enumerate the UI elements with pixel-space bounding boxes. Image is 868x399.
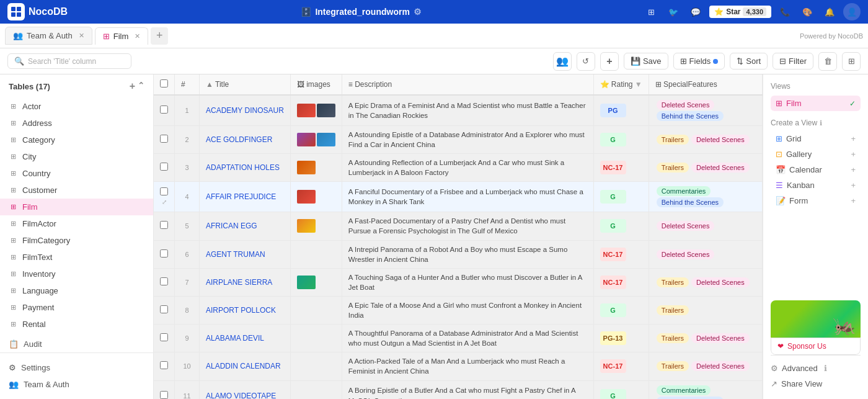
collapse-sidebar-btn[interactable]: ⌃ [138, 81, 144, 92]
title-cell[interactable]: ALABAMA DEVIL [200, 325, 291, 352]
col-title[interactable]: ▲ Title [200, 74, 291, 95]
share-view-item[interactable]: ↗ Share View [771, 376, 861, 392]
row-checkbox[interactable] [160, 277, 168, 285]
create-kanban-view-btn[interactable]: ☰ Kanban + [771, 177, 861, 193]
row-expand-icon[interactable]: ⤢ [162, 199, 167, 205]
twitter-icon-btn[interactable]: 🐦 [665, 3, 682, 20]
sidebar-item-filmactor[interactable]: ⊞ FilmActor [0, 215, 153, 232]
create-form-view-btn[interactable]: 📝 Form + [771, 193, 861, 208]
sidebar-item-inventory[interactable]: ⊞ Inventory [0, 266, 153, 282]
add-row-btn[interactable]: + [600, 52, 619, 71]
sidebar-item-rental[interactable]: ⊞ Rental [0, 316, 153, 333]
sidebar-item-address[interactable]: ⊞ Address [0, 115, 153, 132]
row-checkbox[interactable] [160, 187, 168, 195]
fields-button[interactable]: ⊞ Fields [673, 53, 725, 69]
info-icon[interactable]: ℹ [820, 119, 822, 127]
col-description[interactable]: ≡ Description [342, 74, 593, 95]
sidebar-item-filmtext[interactable]: ⊞ FilmText [0, 249, 153, 266]
row-checkbox[interactable] [160, 163, 168, 171]
title-cell[interactable]: ADAPTATION HOLES [200, 154, 291, 182]
row-checkbox[interactable] [160, 105, 168, 114]
sidebar-item-category[interactable]: ⊞ Category [0, 132, 153, 148]
film-title[interactable]: AFFAIR PREJUDICE [206, 192, 276, 201]
film-title[interactable]: AIRPORT POLLOCK [206, 306, 276, 315]
title-cell[interactable]: ALADDIN CALENDAR [200, 352, 291, 380]
row-checkbox[interactable] [160, 391, 168, 399]
sponsor-us-button[interactable]: ❤ Sponsor Us [771, 338, 861, 355]
grid-icon-btn[interactable]: ⊞ [642, 3, 660, 20]
create-calendar-view-btn[interactable]: 📅 Calendar + [771, 162, 861, 177]
title-cell[interactable]: AIRPLANE SIERRA [200, 268, 291, 296]
col-special-features[interactable]: ⊞ SpecialFeatures [649, 74, 762, 95]
create-view-title: Create a View ℹ [771, 119, 861, 127]
tab-film-close[interactable]: ✕ [135, 32, 140, 40]
add-table-btn[interactable]: + [130, 81, 135, 92]
film-title[interactable]: ACADEMY DINOSAUR [206, 106, 284, 115]
tab-team-auth[interactable]: 👥 Team & Auth ✕ [5, 27, 92, 45]
search-box[interactable]: 🔍 Search 'Title' column [7, 53, 131, 69]
filter-button[interactable]: ⊟ Filter [773, 53, 813, 69]
col-rating[interactable]: ⭐ Rating ▼ [593, 74, 649, 95]
notification-icon-btn[interactable]: 🔔 [821, 3, 838, 20]
sidebar-item-film[interactable]: ⊞ Film [0, 199, 153, 215]
view-item-film[interactable]: ⊞ Film ✓ [771, 96, 861, 111]
sidebar-item-actor[interactable]: ⊞ Actor [0, 98, 153, 115]
settings-item[interactable]: ⚙ Settings [9, 359, 144, 376]
row-checkbox[interactable] [160, 361, 168, 369]
film-title[interactable]: ALADDIN CALENDAR [206, 362, 281, 370]
settings-icon[interactable]: ⚙ [414, 7, 422, 17]
create-gallery-view-btn[interactable]: ⊡ Gallery + [771, 146, 861, 162]
chat-icon-btn[interactable]: 💬 [687, 3, 704, 20]
tab-team-close[interactable]: ✕ [79, 32, 84, 40]
row-checkbox[interactable] [160, 249, 168, 258]
sidebar-item-city[interactable]: ⊞ City [0, 148, 153, 165]
select-all-checkbox[interactable] [160, 79, 168, 87]
title-cell[interactable]: AIRPORT POLLOCK [200, 296, 291, 324]
row-checkbox[interactable] [160, 221, 168, 229]
team-auth-item[interactable]: 👥 Team & Auth [9, 376, 144, 393]
title-cell[interactable]: AFRICAN EGG [200, 212, 291, 240]
row-checkbox[interactable] [160, 333, 168, 341]
sort-button[interactable]: ⇅ Sort [730, 53, 768, 69]
advanced-item[interactable]: ⚙ Advanced ℹ [771, 361, 861, 376]
film-title[interactable]: AIRPLANE SIERRA [206, 278, 272, 287]
create-grid-view-btn[interactable]: ⊞ Grid + [771, 131, 861, 146]
row-checkbox[interactable] [160, 305, 168, 313]
col-expand-icon[interactable]: ▼ [635, 80, 642, 89]
film-title[interactable]: ALAMO VIDEOTAPE [206, 392, 276, 400]
sidebar-item-country[interactable]: ⊞ Country [0, 165, 153, 182]
users-icon-btn[interactable]: 👥 [553, 52, 572, 71]
user-avatar[interactable]: 👤 [843, 3, 861, 20]
film-title[interactable]: AFRICAN EGG [206, 222, 257, 230]
expand-btn[interactable]: ⊞ [842, 52, 861, 71]
info-icon[interactable]: ℹ [824, 364, 827, 373]
sidebar-item-staff[interactable]: ⊞ Staff [0, 333, 153, 333]
film-title[interactable]: ACE GOLDFINGER [206, 135, 272, 144]
theme-icon-btn[interactable]: 🎨 [799, 3, 816, 20]
phone-icon-btn[interactable]: 📞 [776, 3, 794, 20]
title-cell[interactable]: AFFAIR PREJUDICE [200, 182, 291, 212]
star-button[interactable]: ⭐ Star 4,330 [709, 6, 771, 18]
save-button[interactable]: 💾 Save [624, 53, 668, 69]
title-cell[interactable]: ALAMO VIDEOTAPE [200, 380, 291, 399]
tab-film[interactable]: ⊞ Film ✕ [95, 27, 149, 45]
title-cell[interactable]: ACADEMY DINOSAUR [200, 95, 291, 126]
sidebar-item-audit[interactable]: 📋 Audit [0, 336, 153, 352]
sidebar-item-filmcategory[interactable]: ⊞ FilmCategory [0, 232, 153, 249]
col-images[interactable]: 🖼 images [290, 74, 342, 95]
reload-icon-btn[interactable]: ↺ [577, 52, 595, 71]
sidebar-item-language[interactable]: ⊞ Language [0, 282, 153, 299]
fields-indicator [713, 59, 718, 64]
row-checkbox[interactable] [160, 135, 168, 143]
sidebar-item-customer[interactable]: ⊞ Customer [0, 182, 153, 199]
title-cell[interactable]: ACE GOLDFINGER [200, 126, 291, 154]
sidebar-item-payment[interactable]: ⊞ Payment [0, 299, 153, 316]
film-title[interactable]: ADAPTATION HOLES [206, 163, 280, 172]
add-tab-button[interactable]: + [151, 27, 168, 45]
delete-btn[interactable]: 🗑 [818, 52, 837, 71]
film-title[interactable]: AGENT TRUMAN [206, 250, 265, 259]
table-container[interactable]: # ▲ Title 🖼 images ≡ Description ⭐ Ratin… [154, 74, 763, 399]
app-logo[interactable]: NocoDB [7, 3, 68, 20]
title-cell[interactable]: AGENT TRUMAN [200, 240, 291, 268]
film-title[interactable]: ALABAMA DEVIL [206, 334, 264, 343]
